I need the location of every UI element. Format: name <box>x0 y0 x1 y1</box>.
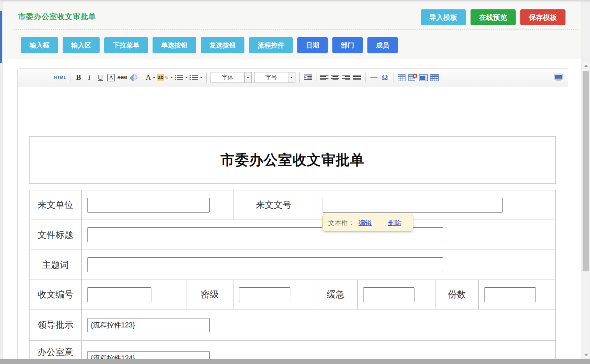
security-level-input[interactable] <box>239 287 290 302</box>
align-center-button[interactable] <box>331 72 340 83</box>
window-bottom-bar <box>0 359 590 364</box>
font-family-arrow-button[interactable] <box>244 72 251 83</box>
font-color-button[interactable]: A <box>146 72 156 83</box>
main-panel: HTML B I U A ABC A ab✎ <box>3 59 581 359</box>
highlight-color-button[interactable]: ab✎ <box>157 72 173 83</box>
scrollbar-thumb[interactable] <box>583 71 589 271</box>
editor-toolbar: HTML B I U A ABC A ab✎ <box>18 69 568 86</box>
widget-checkbox-button[interactable]: 复选按钮 <box>201 37 244 53</box>
table-cell <box>81 220 555 250</box>
widget-dropdown-button[interactable]: 下拉菜单 <box>104 37 148 53</box>
dashed-separator <box>14 29 578 30</box>
widget-input-box-button[interactable]: 输入框 <box>21 37 58 53</box>
monitor-icon <box>554 74 563 81</box>
widget-date-button[interactable]: 日期 <box>297 37 328 53</box>
widget-radio-button[interactable]: 单选按钮 <box>153 37 196 53</box>
align-right-button[interactable] <box>342 72 351 83</box>
special-char-button[interactable]: Ω <box>380 72 390 83</box>
save-template-button[interactable]: 保存模板 <box>520 9 565 25</box>
align-right-icon <box>342 74 351 81</box>
chevron-down-icon <box>153 77 156 78</box>
table-cell <box>81 280 186 309</box>
scrollbar-up-button[interactable] <box>583 62 589 69</box>
indent-icon <box>304 74 312 81</box>
pencil-icon: ✎ <box>164 75 169 81</box>
insert-table-button[interactable] <box>397 72 406 83</box>
highlight-icon: ab <box>157 74 164 81</box>
table-cell-properties-button[interactable] <box>419 72 428 83</box>
strikethrough-button[interactable]: ABC <box>118 72 127 83</box>
online-preview-button[interactable]: 在线预览 <box>471 9 516 25</box>
incoming-doc-number-input[interactable] <box>323 198 503 213</box>
chevron-down-icon <box>200 77 203 78</box>
font-size-select[interactable]: 字号 <box>254 72 295 83</box>
scrollbar-down-button[interactable] <box>583 352 589 358</box>
underline-button[interactable]: U <box>96 72 105 83</box>
widget-toolbar: 输入框 输入区 下拉菜单 单选按钮 复选按钮 流程控件 日期 部门 成员 <box>21 37 398 53</box>
ordered-list-icon <box>175 74 183 81</box>
align-left-button[interactable] <box>320 72 329 83</box>
import-template-button[interactable]: 导入模板 <box>421 9 466 25</box>
table-grid-button[interactable] <box>430 72 439 83</box>
eraser-icon <box>129 74 137 82</box>
align-center-icon <box>331 74 340 81</box>
font-size-arrow-button[interactable] <box>288 72 295 83</box>
toolbar-separator <box>70 72 70 83</box>
leader-instructions-input[interactable] <box>87 318 210 332</box>
table-cell <box>81 190 233 220</box>
bold-button[interactable]: B <box>74 72 83 83</box>
edit-link[interactable]: 编辑 <box>358 218 372 227</box>
align-justify-button[interactable] <box>353 72 362 83</box>
delete-link[interactable]: 删除 <box>388 218 401 227</box>
header-actions: 导入模板 在线预览 保存模板 <box>421 9 565 25</box>
widget-department-button[interactable]: 部门 <box>332 37 363 53</box>
subject-words-label: 主题词 <box>30 250 81 280</box>
indent-button[interactable] <box>303 72 313 83</box>
align-justify-icon <box>353 74 362 81</box>
chevron-down-icon <box>185 77 188 78</box>
font-family-select[interactable]: 字体 <box>211 72 252 83</box>
widget-textarea-button[interactable]: 输入区 <box>63 37 100 53</box>
security-level-label: 密级 <box>186 280 233 309</box>
toolbar-separator <box>316 72 316 83</box>
copies-input[interactable] <box>484 287 536 302</box>
urgency-label: 缓急 <box>314 280 357 309</box>
chevron-down-icon <box>290 77 293 78</box>
italic-button[interactable]: I <box>85 72 94 83</box>
ordered-list-button[interactable] <box>175 72 188 83</box>
chevron-down-icon <box>170 77 173 78</box>
receipt-number-label: 收文编号 <box>30 280 81 309</box>
horizontal-rule-button[interactable]: — <box>369 72 379 83</box>
rich-text-editor: HTML B I U A ABC A ab✎ <box>17 69 568 360</box>
table-cell-icon <box>419 74 428 81</box>
boxed-a-button[interactable]: A <box>107 72 116 83</box>
incoming-unit-label: 来文单位 <box>30 190 81 220</box>
urgency-input[interactable] <box>363 287 414 302</box>
widget-member-button[interactable]: 成员 <box>367 37 398 53</box>
arrow-down-icon <box>584 354 588 356</box>
fullscreen-button[interactable] <box>554 72 563 83</box>
leader-instructions-label: 领导批示 <box>30 309 81 340</box>
unordered-list-button[interactable] <box>190 72 203 83</box>
html-source-button[interactable]: HTML <box>54 72 67 83</box>
table-cell <box>81 309 555 340</box>
toolbar-separator <box>393 72 393 83</box>
toolbar-separator <box>365 72 366 83</box>
page-title: 市委办公室收文审批单 <box>18 12 96 22</box>
table-grid-icon <box>430 74 439 81</box>
table-cell <box>478 280 555 309</box>
table-cell <box>357 280 435 309</box>
incoming-unit-input[interactable] <box>87 198 210 213</box>
toolbar-separator <box>299 72 300 83</box>
table-cell <box>233 280 314 309</box>
remove-format-button[interactable] <box>129 72 138 83</box>
subject-words-input[interactable] <box>87 257 443 272</box>
table-row: 收文编号 密级 缓急 份数 <box>30 280 555 309</box>
document-title: 市委办公室收文审批单 <box>221 151 365 170</box>
table-row: 领导批示 <box>30 309 555 340</box>
receipt-number-input[interactable] <box>87 287 151 302</box>
delete-table-button[interactable] <box>408 72 417 83</box>
widget-flow-control-button[interactable]: 流程控件 <box>249 37 293 53</box>
vertical-scrollbar[interactable] <box>583 62 589 359</box>
document-title-box: 市委办公室收文审批单 <box>29 136 556 184</box>
